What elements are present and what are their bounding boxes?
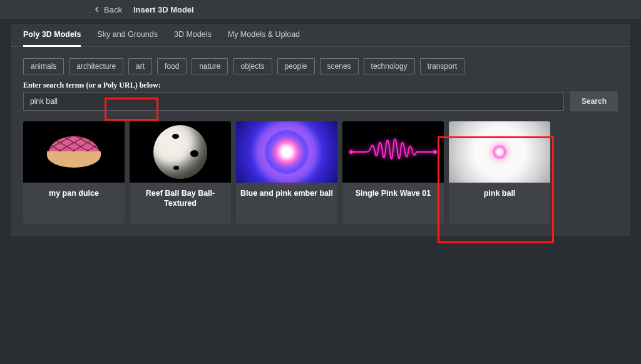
category-objects[interactable]: objects — [233, 58, 272, 74]
tab-poly-3d-models[interactable]: Poly 3D Models — [23, 30, 81, 47]
result-title: Reef Ball Bay Ball-Textured — [130, 183, 231, 224]
search-row: Search — [23, 91, 618, 111]
category-row: animals architecture art food nature obj… — [11, 47, 630, 77]
category-nature[interactable]: nature — [192, 58, 228, 74]
back-label: Back — [104, 5, 122, 14]
reef-ball-icon — [153, 125, 207, 179]
search-label: Enter search terms (or a Poly URL) below… — [23, 81, 618, 90]
category-people[interactable]: people — [277, 58, 315, 74]
pink-wave-icon — [346, 133, 440, 171]
tab-my-models-upload[interactable]: My Models & Upload — [228, 30, 300, 46]
svg-point-1 — [433, 150, 437, 154]
results-grid: my pan dulce Reef Ball Bay Ball-Textured… — [11, 121, 630, 236]
result-thumbnail — [236, 121, 337, 183]
result-card[interactable]: Blue and pink ember ball — [236, 121, 337, 224]
result-title: Single Pink Wave 01 — [342, 183, 444, 224]
tab-sky-and-grounds[interactable]: Sky and Grounds — [97, 30, 158, 46]
category-art[interactable]: art — [128, 58, 152, 74]
category-technology[interactable]: technology — [364, 58, 415, 74]
category-animals[interactable]: animals — [23, 58, 64, 74]
tab-3d-models[interactable]: 3D Models — [174, 30, 212, 46]
search-area: Enter search terms (or a Poly URL) below… — [11, 77, 630, 121]
tab-bar: Poly 3D Models Sky and Grounds 3D Models… — [11, 24, 630, 47]
result-title: Blue and pink ember ball — [236, 183, 337, 224]
pan-dulce-icon — [47, 136, 101, 168]
back-button[interactable]: Back — [94, 5, 122, 14]
result-title: pink ball — [449, 183, 550, 224]
category-scenes[interactable]: scenes — [320, 58, 359, 74]
result-thumbnail — [342, 121, 444, 183]
category-transport[interactable]: transport — [420, 58, 464, 74]
result-thumbnail — [130, 121, 231, 183]
result-thumbnail — [23, 121, 125, 183]
search-input[interactable] — [23, 92, 564, 111]
chevron-left-icon — [94, 6, 100, 13]
result-card[interactable]: pink ball — [449, 121, 550, 224]
search-button[interactable]: Search — [570, 91, 618, 111]
category-architecture[interactable]: architecture — [69, 58, 123, 74]
main-panel: Poly 3D Models Sky and Grounds 3D Models… — [10, 23, 631, 237]
result-title: my pan dulce — [23, 183, 125, 224]
ember-ball-icon — [265, 130, 309, 174]
result-thumbnail — [449, 121, 550, 183]
result-card[interactable]: Reef Ball Bay Ball-Textured — [130, 121, 231, 224]
result-card[interactable]: Single Pink Wave 01 — [342, 121, 444, 224]
category-food[interactable]: food — [157, 58, 187, 74]
page-title: Insert 3D Model — [133, 5, 194, 14]
pink-ball-icon — [493, 145, 506, 159]
header-bar: Back Insert 3D Model — [0, 0, 641, 19]
result-card[interactable]: my pan dulce — [23, 121, 125, 224]
